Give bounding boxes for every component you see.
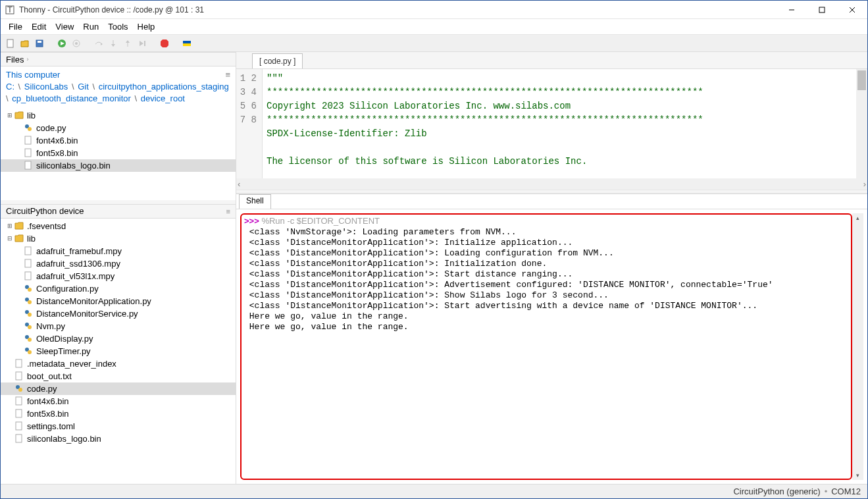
- save-file-icon[interactable]: [34, 38, 45, 49]
- menu-file[interactable]: File: [5, 20, 26, 33]
- svg-point-46: [18, 388, 22, 392]
- menu-tools[interactable]: Tools: [104, 20, 132, 33]
- breadcrumb-segment[interactable]: circuitpython_applications_staging: [99, 82, 229, 92]
- app-icon: T: [5, 5, 15, 15]
- close-button[interactable]: [837, 1, 867, 18]
- tree-item-label: DistanceMonitorApplication.py: [36, 296, 151, 306]
- device-tree-item[interactable]: adafruit_vl53l1x.mpy: [1, 270, 236, 282]
- svg-rect-29: [25, 259, 31, 267]
- collapse-icon[interactable]: ⊟: [6, 235, 14, 242]
- device-tree-item[interactable]: ⊞.fseventsd: [1, 220, 236, 232]
- device-tree-item[interactable]: Nvm.py: [1, 320, 236, 332]
- device-tree-item[interactable]: code.py: [1, 382, 236, 395]
- files-panel-title: Files: [6, 55, 24, 65]
- python-file-icon: [14, 383, 24, 394]
- device-tree-item[interactable]: SleepTimer.py: [1, 345, 236, 357]
- horizontal-scrollbar[interactable]: ‹›: [236, 178, 867, 190]
- maximize-button[interactable]: [807, 1, 837, 18]
- shell-tab[interactable]: Shell: [239, 194, 271, 209]
- vertical-scrollbar[interactable]: [856, 69, 867, 178]
- breadcrumb-root[interactable]: This computer: [6, 70, 60, 80]
- device-tree-item[interactable]: OledDisplay.py: [1, 332, 236, 345]
- device-tree-item[interactable]: adafruit_framebuf.mpy: [1, 245, 236, 257]
- breadcrumb-segment[interactable]: Git: [78, 82, 89, 92]
- step-out-icon[interactable]: [122, 38, 134, 49]
- step-into-icon[interactable]: [107, 38, 119, 49]
- status-port[interactable]: COM12: [831, 486, 861, 496]
- open-file-icon[interactable]: [19, 38, 31, 49]
- device-tree-item[interactable]: settings.toml: [1, 420, 236, 433]
- files-tree[interactable]: ⊞libcode.pyfont4x6.binfont5x8.binsilicon…: [1, 108, 236, 200]
- svg-rect-50: [16, 434, 22, 442]
- files-panel-header[interactable]: Files ›: [1, 52, 236, 66]
- device-tree-item[interactable]: ⊟lib: [1, 232, 236, 245]
- shell-panel[interactable]: >>> %Run -c $EDITOR_CONTENT <class 'NvmS…: [236, 209, 867, 484]
- file-icon: [23, 271, 34, 281]
- breadcrumb-segment[interactable]: device_root: [141, 93, 185, 103]
- svg-point-32: [28, 288, 32, 292]
- device-tree-item[interactable]: .metadata_never_index: [1, 357, 236, 370]
- stop-icon[interactable]: [159, 38, 170, 49]
- python-file-icon: [23, 122, 34, 133]
- tree-item-label: adafruit_vl53l1x.mpy: [36, 271, 115, 281]
- svg-point-38: [28, 325, 32, 329]
- menu-view[interactable]: View: [51, 20, 78, 33]
- files-tree-item[interactable]: siliconlabs_logo.bin: [1, 159, 236, 172]
- shell-output[interactable]: >>> %Run -c $EDITOR_CONTENT <class 'NvmS…: [240, 213, 852, 480]
- status-interpreter[interactable]: CircuitPython (generic): [733, 486, 820, 496]
- breadcrumb-segment[interactable]: SiliconLabs: [24, 82, 68, 92]
- device-panel-header[interactable]: CircuitPython device ≡: [1, 204, 236, 219]
- device-tree-item[interactable]: font5x8.bin: [1, 407, 236, 420]
- device-tree[interactable]: ⊞.fseventsd⊟libadafruit_framebuf.mpyadaf…: [1, 219, 236, 484]
- shell-vertical-scrollbar[interactable]: ▴ ▾: [852, 213, 863, 480]
- scroll-up-icon[interactable]: ▴: [852, 213, 863, 223]
- device-tree-item[interactable]: adafruit_ssd1306.mpy: [1, 257, 236, 270]
- window-title: Thonny - CircuitPython device :: /code.p…: [19, 5, 777, 14]
- expand-icon[interactable]: ⊞: [6, 112, 14, 118]
- svg-rect-3: [819, 7, 825, 13]
- file-icon: [23, 160, 34, 171]
- new-file-icon[interactable]: [5, 38, 16, 49]
- hamburger-icon[interactable]: ≡: [226, 207, 230, 215]
- code-content[interactable]: """ ************************************…: [263, 69, 856, 178]
- folder-icon: [14, 110, 24, 120]
- file-icon: [14, 408, 24, 419]
- breadcrumb-segment[interactable]: cp_bluetooth_distance_monitor: [12, 93, 131, 103]
- files-tree-item[interactable]: code.py: [1, 122, 236, 134]
- svg-point-42: [28, 350, 32, 354]
- svg-rect-48: [16, 409, 22, 417]
- code-editor[interactable]: 1 2 3 4 5 6 7 8 """ ********************…: [236, 69, 867, 178]
- files-tree-item[interactable]: font4x6.bin: [1, 134, 236, 147]
- files-tree-item[interactable]: ⊞lib: [1, 109, 236, 122]
- resume-icon[interactable]: [136, 38, 148, 49]
- file-icon: [14, 371, 24, 381]
- run-icon[interactable]: [56, 38, 68, 49]
- expand-icon[interactable]: ⊞: [6, 223, 14, 229]
- device-tree-item[interactable]: font4x6.bin: [1, 395, 236, 407]
- debug-icon[interactable]: [70, 38, 82, 49]
- svg-point-34: [28, 300, 32, 304]
- menu-help[interactable]: Help: [134, 20, 159, 33]
- menu-run[interactable]: Run: [79, 20, 103, 33]
- hamburger-icon[interactable]: ≡: [225, 69, 230, 81]
- device-tree-item[interactable]: DistanceMonitorApplication.py: [1, 295, 236, 307]
- breadcrumb-segment[interactable]: C:: [6, 82, 14, 92]
- svg-marker-17: [126, 40, 130, 43]
- files-tree-item[interactable]: font5x8.bin: [1, 147, 236, 159]
- python-file-icon: [23, 308, 34, 319]
- device-tree-item[interactable]: Configuration.py: [1, 282, 236, 295]
- support-ukraine-icon[interactable]: [181, 38, 193, 49]
- device-tree-item[interactable]: siliconlabs_logo.bin: [1, 433, 236, 445]
- svg-rect-26: [25, 149, 31, 157]
- step-over-icon[interactable]: [93, 38, 105, 49]
- python-file-icon: [23, 346, 34, 356]
- shell-tab-strip: Shell: [236, 194, 867, 209]
- minimize-button[interactable]: [777, 1, 807, 18]
- scroll-down-icon[interactable]: ▾: [852, 471, 863, 480]
- editor-tab[interactable]: [ code.py ]: [252, 53, 303, 68]
- device-tree-item[interactable]: boot_out.txt: [1, 370, 236, 382]
- menu-edit[interactable]: Edit: [28, 20, 50, 33]
- file-icon: [14, 421, 24, 431]
- svg-rect-8: [38, 41, 41, 43]
- device-tree-item[interactable]: DistanceMonitorService.py: [1, 307, 236, 320]
